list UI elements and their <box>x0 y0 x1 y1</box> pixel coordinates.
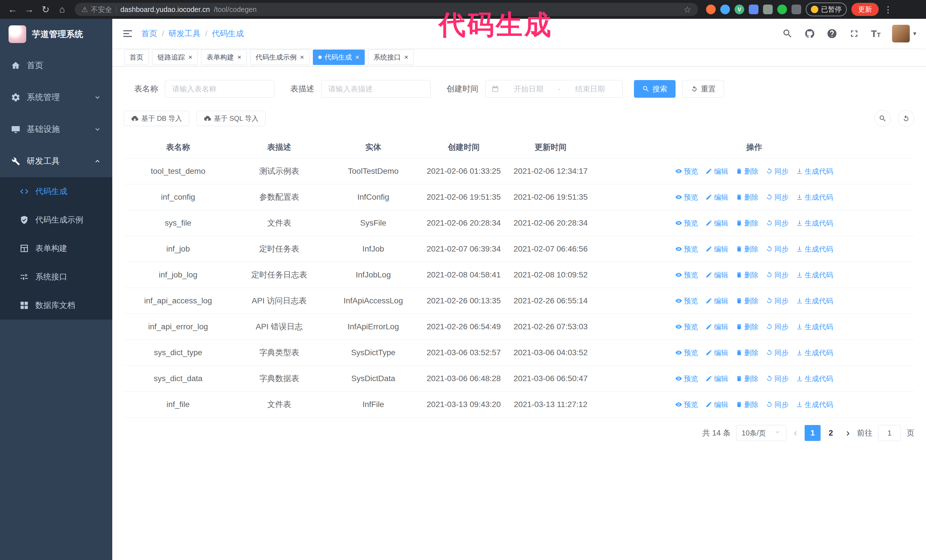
paused-badge[interactable]: 已暂停 <box>806 3 847 16</box>
edit-action[interactable]: 编辑 <box>705 166 728 177</box>
github-icon[interactable] <box>804 28 815 39</box>
breadcrumb-item-2[interactable]: 代码生成 <box>212 28 244 39</box>
tab-home[interactable]: 首页 <box>124 50 149 65</box>
delete-action[interactable]: 删除 <box>736 166 758 177</box>
security-warning[interactable]: ⚠ 不安全 <box>82 5 112 14</box>
back-icon[interactable]: ← <box>5 2 20 17</box>
sync-action[interactable]: 同步 <box>766 295 789 306</box>
edit-action[interactable]: 编辑 <box>705 373 728 384</box>
sidebar-item-db-doc[interactable]: 数据库文档 <box>0 291 112 320</box>
sidebar-item-system-api[interactable]: 系统接口 <box>0 263 112 291</box>
sidebar-item-codegen-example[interactable]: 代码生成示例 <box>0 206 112 234</box>
fullscreen-icon[interactable] <box>849 28 859 39</box>
generate-code-action[interactable]: 生成代码 <box>796 373 833 384</box>
sync-action[interactable]: 同步 <box>766 347 789 358</box>
toggle-search-button[interactable] <box>875 110 891 127</box>
delete-action[interactable]: 删除 <box>736 347 758 358</box>
sync-action[interactable]: 同步 <box>766 399 789 410</box>
extension-people-icon[interactable] <box>749 5 758 14</box>
edit-action[interactable]: 编辑 <box>705 243 728 254</box>
import-sql-button[interactable]: 基于 SQL 导入 <box>197 111 266 126</box>
sync-action[interactable]: 同步 <box>766 269 789 280</box>
tab-codegen[interactable]: 代码生成× <box>313 50 365 65</box>
preview-action[interactable]: 预览 <box>675 217 698 228</box>
prev-page-button[interactable]: ‹ <box>792 428 799 438</box>
page-button-2[interactable]: 2 <box>823 425 839 441</box>
delete-action[interactable]: 删除 <box>736 192 758 202</box>
delete-action[interactable]: 删除 <box>736 399 758 410</box>
tab-close-icon[interactable]: × <box>355 54 359 61</box>
page-button-1[interactable]: 1 <box>805 425 820 441</box>
next-page-button[interactable]: › <box>844 428 851 438</box>
extension-drop-icon[interactable] <box>720 5 730 14</box>
sync-action[interactable]: 同步 <box>766 217 789 228</box>
goto-page-input[interactable] <box>878 425 901 441</box>
sidebar-item-dev-tools[interactable]: 研发工具 <box>0 145 112 177</box>
home-icon[interactable]: ⌂ <box>55 2 70 17</box>
sidebar-item-codegen[interactable]: 代码生成 <box>0 177 112 206</box>
sync-action[interactable]: 同步 <box>766 166 789 177</box>
preview-action[interactable]: 预览 <box>675 399 698 410</box>
tab-system-api[interactable]: 系统接口× <box>368 50 414 65</box>
import-db-button[interactable]: 基于 DB 导入 <box>124 111 189 126</box>
delete-action[interactable]: 删除 <box>736 217 758 228</box>
generate-code-action[interactable]: 生成代码 <box>796 192 833 202</box>
tab-close-icon[interactable]: × <box>404 54 408 61</box>
browser-update-button[interactable]: 更新 <box>851 3 879 16</box>
preview-action[interactable]: 预览 <box>675 321 698 332</box>
delete-action[interactable]: 删除 <box>736 321 758 332</box>
edit-action[interactable]: 编辑 <box>705 347 728 358</box>
table-desc-input[interactable] <box>321 80 431 98</box>
preview-action[interactable]: 预览 <box>675 269 698 280</box>
sync-action[interactable]: 同步 <box>766 243 789 254</box>
table-name-input[interactable] <box>165 80 274 98</box>
generate-code-action[interactable]: 生成代码 <box>796 269 833 280</box>
sidebar-item-system-management[interactable]: 系统管理 <box>0 82 112 113</box>
edit-action[interactable]: 编辑 <box>705 192 728 202</box>
breadcrumb-item-1[interactable]: 研发工具 <box>169 28 201 39</box>
edit-action[interactable]: 编辑 <box>705 217 728 228</box>
delete-action[interactable]: 删除 <box>736 243 758 254</box>
hamburger-icon[interactable] <box>122 28 133 39</box>
generate-code-action[interactable]: 生成代码 <box>796 243 833 254</box>
bookmark-star-icon[interactable]: ☆ <box>684 5 691 15</box>
sync-action[interactable]: 同步 <box>766 321 789 332</box>
edit-action[interactable]: 编辑 <box>705 321 728 332</box>
preview-action[interactable]: 预览 <box>675 166 698 177</box>
generate-code-action[interactable]: 生成代码 <box>796 166 833 177</box>
reload-icon[interactable]: ↻ <box>38 2 53 17</box>
preview-action[interactable]: 预览 <box>675 243 698 254</box>
edit-action[interactable]: 编辑 <box>705 269 728 280</box>
extension-vue-icon[interactable]: V <box>735 5 744 14</box>
extension-fox-icon[interactable] <box>706 5 716 14</box>
extension-camera-icon[interactable] <box>763 5 773 14</box>
address-bar[interactable]: ⚠ 不安全 dashboard.yudao.iocoder.cn /tool/c… <box>75 3 698 16</box>
edit-action[interactable]: 编辑 <box>705 399 728 410</box>
edit-action[interactable]: 编辑 <box>705 295 728 306</box>
tab-tracing[interactable]: 链路追踪× <box>152 50 198 65</box>
search-button[interactable]: 搜索 <box>634 80 676 98</box>
delete-action[interactable]: 删除 <box>736 373 758 384</box>
fontsize-icon[interactable]: TT <box>871 28 881 39</box>
sync-action[interactable]: 同步 <box>766 373 789 384</box>
extension-leaf-icon[interactable] <box>777 5 787 14</box>
generate-code-action[interactable]: 生成代码 <box>796 347 833 358</box>
preview-action[interactable]: 预览 <box>675 192 698 202</box>
generate-code-action[interactable]: 生成代码 <box>796 295 833 306</box>
preview-action[interactable]: 预览 <box>675 295 698 306</box>
preview-action[interactable]: 预览 <box>675 347 698 358</box>
tab-close-icon[interactable]: × <box>188 54 192 61</box>
tab-close-icon[interactable]: × <box>300 54 304 61</box>
breadcrumb-item-0[interactable]: 首页 <box>141 28 157 39</box>
browser-menu-icon[interactable]: ⋮ <box>884 5 893 15</box>
sidebar-item-form-builder[interactable]: 表单构建 <box>0 234 112 263</box>
tab-codegen-example[interactable]: 代码生成示例× <box>250 50 309 65</box>
user-menu[interactable]: ▾ <box>892 25 916 42</box>
search-icon[interactable] <box>782 28 793 39</box>
sidebar-item-infrastructure[interactable]: 基础设施 <box>0 113 112 145</box>
delete-action[interactable]: 删除 <box>736 269 758 280</box>
refresh-table-button[interactable] <box>898 110 914 127</box>
delete-action[interactable]: 删除 <box>736 295 758 306</box>
page-size-select[interactable]: 10条/页 <box>736 425 787 441</box>
extension-puzzle-icon[interactable] <box>791 5 801 14</box>
